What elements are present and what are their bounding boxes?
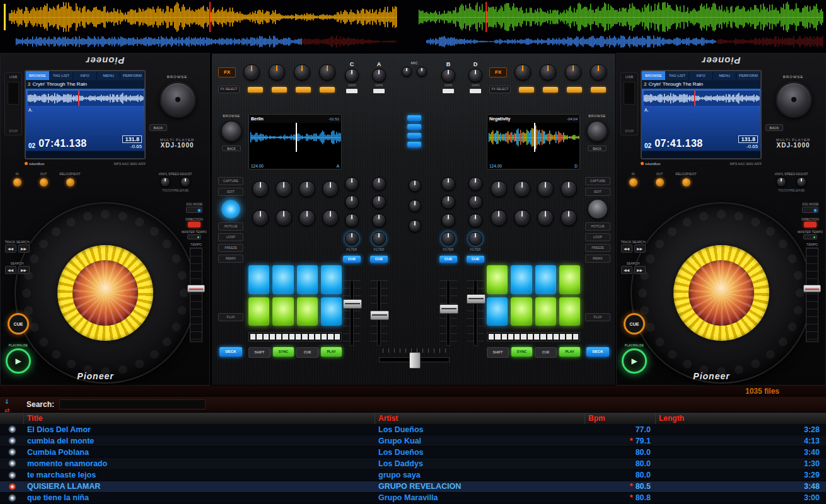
pad-mode-loop-button[interactable]: LOOP <box>585 233 610 241</box>
performance-knob[interactable] <box>299 181 315 197</box>
performance-knob[interactable] <box>252 210 269 226</box>
usb-slot[interactable] <box>624 82 635 105</box>
eq-hi-knob[interactable] <box>468 177 482 191</box>
flux-button[interactable]: FLUX <box>585 313 610 321</box>
fader-knob[interactable] <box>467 294 486 304</box>
fader-knob[interactable] <box>343 299 362 309</box>
loop-out-button[interactable] <box>39 178 49 187</box>
loop-segment[interactable] <box>528 334 533 340</box>
mic-knob[interactable] <box>417 67 427 77</box>
eq-low-knob[interactable] <box>345 214 359 227</box>
crossfader[interactable] <box>379 348 450 369</box>
performance-knob[interactable] <box>322 210 339 226</box>
eq-hi-knob[interactable] <box>345 177 359 191</box>
fx-on-button[interactable] <box>248 87 263 93</box>
loop-segment[interactable] <box>495 334 500 340</box>
filter-knob[interactable] <box>372 232 386 246</box>
performance-pad[interactable] <box>297 297 318 326</box>
crossfader-knob[interactable] <box>409 352 421 369</box>
back-button[interactable]: BACK <box>149 124 167 131</box>
performance-pad[interactable] <box>511 297 532 326</box>
eq-hi-knob[interactable] <box>372 177 386 191</box>
loop-segment[interactable] <box>282 334 288 340</box>
tempo-slider-knob[interactable] <box>803 285 821 292</box>
performance-pad[interactable] <box>248 297 269 326</box>
gain-knob[interactable] <box>372 69 386 83</box>
headphone-cue-button[interactable]: CUE <box>370 256 388 263</box>
loop-segment[interactable] <box>573 334 578 340</box>
deck-select-button-right[interactable]: DECK <box>586 347 609 357</box>
loop-segment[interactable] <box>276 334 281 340</box>
loop-segment[interactable] <box>302 334 307 340</box>
loop-segment[interactable] <box>566 334 571 340</box>
performance-knob[interactable] <box>561 210 577 226</box>
fx-knob[interactable] <box>590 64 607 81</box>
loop-segment[interactable] <box>270 334 275 340</box>
direction-button[interactable] <box>804 222 817 227</box>
pad-mode-hotcue-button[interactable]: HOTCUE <box>585 222 610 231</box>
jog-wheel[interactable] <box>15 202 196 384</box>
track-row[interactable]: Cumbia PoblanaLos Dueños80.03:40 <box>0 447 826 458</box>
eq-low-knob[interactable] <box>468 214 482 227</box>
tab-perform[interactable]: PERFORM <box>736 71 760 80</box>
fx-on-button[interactable] <box>519 87 534 93</box>
performance-pad[interactable] <box>248 265 269 294</box>
track-row[interactable]: QUISIERA LLAMARGRUPO REVELACION*80.53:48 <box>0 481 826 493</box>
utility-knob[interactable] <box>409 220 421 232</box>
capture-button[interactable]: CAPTURE <box>585 177 610 185</box>
channel-fader-a[interactable] <box>370 280 388 346</box>
channel-assign-button[interactable] <box>443 89 454 93</box>
back-button[interactable]: BACK <box>222 146 241 151</box>
performance-pad[interactable] <box>321 297 342 326</box>
browse-knob[interactable] <box>160 81 196 118</box>
performance-knob[interactable] <box>252 181 269 197</box>
fx-on-button[interactable] <box>567 87 582 93</box>
back-button[interactable]: BACK <box>588 146 607 151</box>
deck-b-waveform-canvas[interactable] <box>419 2 823 32</box>
performance-knob[interactable] <box>276 210 292 226</box>
performance-knob[interactable] <box>299 210 315 226</box>
usb-slot[interactable] <box>8 82 19 105</box>
flux-button[interactable]: FLUX <box>218 313 243 321</box>
title-column-header[interactable]: Title <box>24 413 375 425</box>
performance-pad[interactable] <box>511 265 532 294</box>
channel-assign-button[interactable] <box>470 89 481 93</box>
fx-knob[interactable] <box>243 64 260 81</box>
deck-select-button-left[interactable]: DECK <box>219 347 242 357</box>
performance-knob[interactable] <box>561 181 577 197</box>
channel-fader-b[interactable] <box>439 280 457 346</box>
fx-on-button[interactable] <box>320 87 335 93</box>
sync-button[interactable]: SYNC <box>273 347 294 357</box>
eq-low-knob[interactable] <box>441 214 455 227</box>
mixer-led-button[interactable] <box>407 133 421 139</box>
reloop-button[interactable] <box>66 178 75 187</box>
fx-knob[interactable] <box>565 64 581 81</box>
track-row[interactable]: cumbia del monteGrupo Kual*79.14:13 <box>0 435 826 447</box>
loop-segment[interactable] <box>534 334 539 340</box>
artist-column-header[interactable]: Artist <box>375 413 585 425</box>
jog-mode-button[interactable] <box>186 207 202 213</box>
performance-pad[interactable] <box>272 265 293 294</box>
loop-segment[interactable] <box>521 334 526 340</box>
performance-knob[interactable] <box>491 210 507 226</box>
track-row[interactable]: momento enamoradoLos Daddys80.01:30 <box>0 458 826 469</box>
gain-knob[interactable] <box>441 69 455 83</box>
pad-mode-loop-button[interactable]: LOOP <box>218 233 243 241</box>
track-search-next-button[interactable] <box>18 244 30 253</box>
headphone-cue-button[interactable]: CUE <box>343 256 361 263</box>
performance-knob[interactable] <box>537 210 554 226</box>
loop-length-strip-right[interactable] <box>487 332 580 341</box>
tab-browse[interactable]: BROWSE <box>26 71 49 80</box>
eq-mid-knob[interactable] <box>372 195 386 209</box>
play-transport-button[interactable]: PLAY <box>321 347 342 357</box>
tempo-slider-knob[interactable] <box>187 285 205 292</box>
filter-knob[interactable] <box>441 232 455 246</box>
track-search-prev-button[interactable] <box>621 244 632 253</box>
browse-encoder-right[interactable] <box>586 120 608 142</box>
tab-info[interactable]: INFO <box>73 71 96 80</box>
performance-pad[interactable] <box>535 297 556 326</box>
loop-segment[interactable] <box>250 334 255 340</box>
master-tempo-button[interactable] <box>803 234 817 239</box>
capture-button[interactable]: CAPTURE <box>218 177 243 185</box>
fx-select-button[interactable]: FX SELECT <box>218 86 240 93</box>
